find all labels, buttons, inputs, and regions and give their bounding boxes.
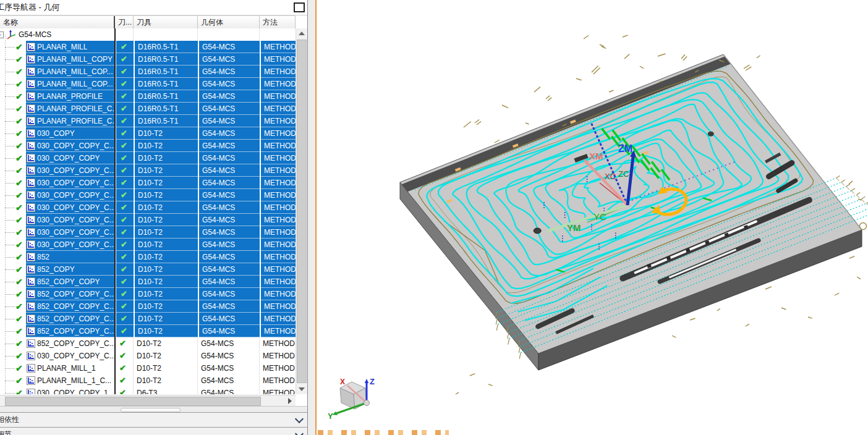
panel-resize-divider[interactable] xyxy=(308,0,317,435)
operation-name: PLANAR_PROFILE_C... xyxy=(37,117,115,125)
operation-icon xyxy=(27,265,35,274)
restore-window-icon[interactable] xyxy=(294,2,305,12)
geometry-cell: G54-MCS xyxy=(198,239,260,251)
name-column-divider[interactable] xyxy=(114,28,116,394)
operation-name-cell: ✔ 852 xyxy=(0,251,115,263)
table-row[interactable]: ✔ 852_COPY_COPY_C... ✔ D10-T2 G54-MCS ME… xyxy=(0,313,296,325)
scroll-up-icon[interactable] xyxy=(299,32,305,35)
table-row[interactable]: ✔ PLANAR_PROFILE ✔ D16R0.5-T1 G54-MCS ME… xyxy=(0,90,296,103)
scroll-right-icon[interactable] xyxy=(288,398,292,404)
splitter-grip[interactable] xyxy=(121,408,181,412)
details-bar[interactable]: 细节 xyxy=(0,427,307,435)
table-row[interactable]: ✔ 030_COPY_COPY_C... ✔ D10-T2 G54-MCS ME… xyxy=(0,226,296,239)
operation-name-cell: ✔ PLANAR_MILL_COP... xyxy=(0,65,115,78)
operation-name: PLANAR_MILL_1_C... xyxy=(37,376,111,385)
operation-icon xyxy=(27,141,35,150)
operation-tree[interactable]: - G54-MCS ✔ PLANAR_ xyxy=(0,28,296,394)
tree-branch-line xyxy=(5,331,15,332)
tool-cell: D16R0.5-T1 xyxy=(134,90,198,103)
operation-icon xyxy=(27,166,35,175)
status-check-icon: ✔ xyxy=(15,276,23,287)
table-row[interactable]: ✔ 030_COPY ✔ D10-T2 G54-MCS METHOD xyxy=(0,127,296,140)
horizontal-scrollbar[interactable] xyxy=(0,395,296,407)
toolpath-check-icon: ✔ xyxy=(121,166,127,175)
3d-scene: ZMXMYMYCXCZCXZY xyxy=(317,0,868,435)
vertical-scrollbar-thumb[interactable] xyxy=(297,40,307,383)
table-row[interactable]: ✔ PLANAR_MILL_COP... ✔ D16R0.5-T1 G54-MC… xyxy=(0,65,296,78)
geometry-cell: G54-MCS xyxy=(198,337,260,350)
table-row[interactable]: ✔ 030_COPY_COPY_C... ✔ D10-T2 G54-MCS ME… xyxy=(0,350,296,362)
method-cell: METHOD xyxy=(260,226,296,239)
table-row[interactable]: ✔ 030_COPY_COPY_C... ✔ D10-T2 G54-MCS ME… xyxy=(0,239,296,251)
method-cell: METHOD xyxy=(260,387,296,394)
operation-icon xyxy=(27,129,35,138)
operation-name: 030_COPY_COPY_1 xyxy=(37,389,108,394)
scroll-down-icon[interactable] xyxy=(299,387,305,391)
table-row[interactable]: ✔ PLANAR_PROFILE_C... ✔ D16R0.5-T1 G54-M… xyxy=(0,115,296,127)
horizontal-scrollbar-thumb[interactable] xyxy=(5,397,261,406)
graphics-viewport[interactable]: ZMXMYMYCXCZCXZY xyxy=(317,0,868,435)
tree-root-row[interactable]: - G54-MCS xyxy=(0,28,296,41)
chevron-down-icon[interactable] xyxy=(295,429,304,435)
operation-icon xyxy=(27,290,35,298)
details-label: 细节 xyxy=(0,429,12,435)
tool-cell: D16R0.5-T1 xyxy=(134,103,198,115)
toolpath-status-cell: ✔ xyxy=(115,127,134,140)
operation-name-cell: ✔ 030_COPY_COPY_C... xyxy=(0,239,115,251)
toolpath-check-icon: ✔ xyxy=(121,116,127,125)
toolpath-check-icon: ✔ xyxy=(121,91,127,101)
column-header-toolpath[interactable]: 刀... xyxy=(115,16,134,29)
column-header-name[interactable]: 名称 xyxy=(0,16,115,29)
toolpath-check-icon: ✔ xyxy=(121,227,127,237)
chevron-down-icon[interactable] xyxy=(295,415,304,423)
status-check-icon: ✔ xyxy=(15,140,23,151)
table-row[interactable]: ✔ 852_COPY_COPY_C... ✔ D10-T2 G54-MCS ME… xyxy=(0,337,296,350)
dependencies-bar[interactable]: 相依性 xyxy=(0,412,307,427)
table-row[interactable]: ✔ 030_COPY_COPY_C... ✔ D10-T2 G54-MCS ME… xyxy=(0,201,296,214)
table-row[interactable]: ✔ 852_COPY_COPY_C... ✔ D10-T2 G54-MCS ME… xyxy=(0,288,296,300)
table-row[interactable]: ✔ PLANAR_MILL_COPY ✔ D16R0.5-T1 G54-MCS … xyxy=(0,53,296,65)
table-row[interactable]: ✔ 030_COPY_COPY_C... ✔ D10-T2 G54-MCS ME… xyxy=(0,214,296,226)
operation-icon xyxy=(27,327,35,336)
table-row[interactable]: ✔ 030_COPY_COPY_C... ✔ D10-T2 G54-MCS ME… xyxy=(0,177,296,189)
table-row[interactable]: ✔ PLANAR_MILL_1_C... ✔ D10-T2 G54-MCS ME… xyxy=(0,374,296,387)
table-row[interactable]: ✔ 852_COPY_COPY_C... ✔ D10-T2 G54-MCS ME… xyxy=(0,325,296,337)
table-row[interactable]: ✔ 030_COPY_COPY_1 ✔ D6-T3 G54-MCS METHOD xyxy=(0,387,296,394)
status-check-icon: ✔ xyxy=(15,251,23,263)
table-row[interactable]: ✔ 852 ✔ D10-T2 G54-MCS METHOD xyxy=(0,251,296,263)
status-check-icon: ✔ xyxy=(15,202,23,213)
status-check-icon: ✔ xyxy=(15,301,23,312)
status-check-icon: ✔ xyxy=(15,326,23,337)
table-row[interactable]: ✔ 030_COPY_COPY ✔ D10-T2 G54-MCS METHOD xyxy=(0,152,296,164)
table-row[interactable]: ✔ 030_COPY_COPY_C... ✔ D10-T2 G54-MCS ME… xyxy=(0,140,296,152)
tool-cell: D16R0.5-T1 xyxy=(134,53,198,65)
view-triad-cube: XZY xyxy=(328,377,375,421)
status-check-icon: ✔ xyxy=(15,177,23,188)
operation-icon xyxy=(27,302,35,311)
operation-name-cell: ✔ 030_COPY_COPY_C... xyxy=(0,177,115,189)
column-header-geometry[interactable]: 几何体 xyxy=(198,16,260,29)
table-row[interactable]: ✔ 852_COPY ✔ D10-T2 G54-MCS METHOD xyxy=(0,263,296,276)
tool-cell: D10-T2 xyxy=(134,337,198,350)
table-row[interactable]: ✔ PLANAR_MILL ✔ D16R0.5-T1 G54-MCS METHO… xyxy=(0,41,296,53)
table-row[interactable]: ✔ 852_COPY_COPY_C... ✔ D10-T2 G54-MCS ME… xyxy=(0,300,296,313)
toolpath-status-cell: ✔ xyxy=(115,41,134,53)
svg-text:Y: Y xyxy=(328,412,333,421)
table-row[interactable]: ✔ 030_COPY_COPY_C... ✔ D10-T2 G54-MCS ME… xyxy=(0,164,296,177)
column-header-tool[interactable]: 刀具 xyxy=(134,16,198,29)
geometry-cell: G54-MCS xyxy=(198,65,260,78)
operation-name-cell: ✔ 852_COPY_COPY_C... xyxy=(0,337,115,350)
table-row[interactable]: ✔ PLANAR_MILL_COP... ✔ D16R0.5-T1 G54-MC… xyxy=(0,78,296,90)
table-row[interactable]: ✔ 852_COPY_COPY ✔ D10-T2 G54-MCS METHOD xyxy=(0,276,296,288)
collapse-minus-icon[interactable]: - xyxy=(0,32,4,38)
tree-branch-line xyxy=(5,220,15,221)
tool-cell: D10-T2 xyxy=(134,164,198,177)
operation-name: 852 xyxy=(37,253,49,261)
operation-name-cell: ✔ 852_COPY_COPY_C... xyxy=(0,325,115,337)
table-row[interactable]: ✔ PLANAR_PROFILE_C... ✔ D16R0.5-T1 G54-M… xyxy=(0,103,296,115)
table-row[interactable]: ✔ PLANAR_MILL_1 ✔ D10-T2 G54-MCS METHOD xyxy=(0,362,296,374)
toolpath-status-cell: ✔ xyxy=(115,164,134,177)
vertical-scrollbar[interactable] xyxy=(296,28,307,394)
column-header-method[interactable]: 方法 xyxy=(260,16,296,29)
table-row[interactable]: ✔ 030_COPY_COPY_C... ✔ D10-T2 G54-MCS ME… xyxy=(0,189,296,201)
